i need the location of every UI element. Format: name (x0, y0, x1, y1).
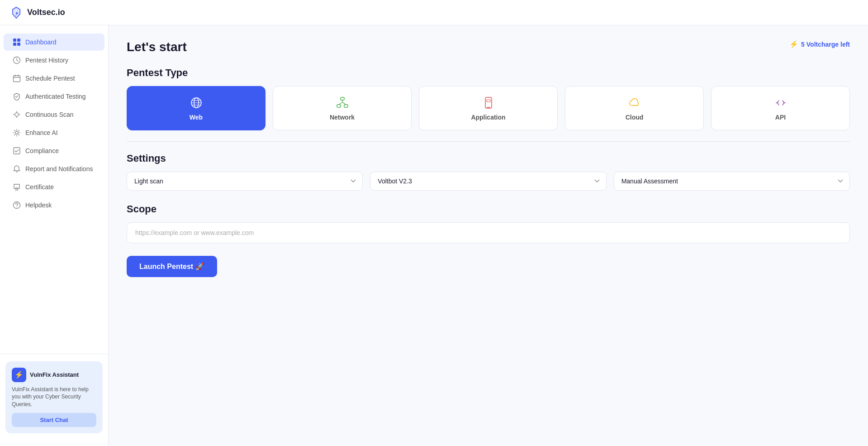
cloud-icon (627, 96, 642, 110)
application-card-label: Application (471, 114, 505, 121)
scope-input[interactable] (127, 222, 850, 243)
pentest-card-network[interactable]: Network (273, 86, 412, 130)
voltcharge-icon: ⚡ (789, 40, 798, 48)
svg-rect-16 (344, 105, 348, 107)
svg-rect-17 (485, 97, 492, 108)
history-icon (13, 56, 21, 64)
sidebar-item-enhance-ai[interactable]: Enhance AI (4, 124, 104, 141)
logo-icon (9, 5, 24, 20)
web-icon (189, 96, 204, 110)
app-name: Voltsec.io (27, 8, 65, 17)
pentest-type-row: Web Network Application (127, 86, 850, 130)
scope-section-title: Scope (127, 203, 850, 215)
assessment-type-select[interactable]: Manual Assessment Automated Assessment (614, 172, 850, 191)
assistant-avatar: ⚡ (12, 368, 26, 382)
sidebar-nav: Dashboard Pentest History Schedule Pente… (0, 33, 108, 354)
calendar-icon (13, 74, 21, 82)
bot-version-select[interactable]: Voltbot V2.3 Voltbot V2.2 (370, 172, 606, 191)
sidebar-dashboard-label: Dashboard (25, 38, 57, 46)
assistant-card: ⚡ VulnFix Assistant VulnFix Assistant is… (5, 361, 103, 433)
assistant-description: VulnFix Assistant is here to help you wi… (12, 386, 96, 408)
svg-rect-8 (14, 148, 20, 154)
page-title: Let's start (127, 40, 187, 54)
scan-type-select[interactable]: Light scan Deep scan Full scan (127, 172, 363, 191)
svg-rect-15 (337, 105, 341, 107)
sidebar-enhance-ai-label: Enhance AI (25, 129, 58, 136)
voltcharge-label: 5 Voltcharge left (801, 41, 850, 48)
voltcharge-badge: ⚡ 5 Voltcharge left (789, 40, 850, 48)
divider (127, 141, 850, 142)
pentest-card-application[interactable]: Application (419, 86, 558, 130)
svg-point-9 (16, 188, 18, 190)
svg-rect-2 (13, 43, 16, 46)
sidebar-pentest-history-label: Pentest History (25, 57, 68, 64)
svg-rect-1 (17, 38, 20, 42)
svg-rect-5 (14, 76, 20, 82)
main-layout: Dashboard Pentest History Schedule Pente… (0, 25, 868, 446)
sidebar-schedule-pentest-label: Schedule Pentest (25, 75, 75, 82)
sidebar-bottom: ⚡ VulnFix Assistant VulnFix Assistant is… (0, 354, 108, 439)
bell-icon (13, 165, 21, 173)
sidebar-compliance-label: Compliance (25, 147, 59, 154)
pentest-card-api[interactable]: API (711, 86, 850, 130)
main-content: Let's start ⚡ 5 Voltcharge left Pentest … (109, 25, 868, 446)
dashboard-icon (13, 38, 21, 46)
start-chat-button[interactable]: Start Chat (12, 413, 96, 427)
top-header: Voltsec.io (0, 0, 868, 25)
svg-point-11 (16, 206, 17, 207)
top-row: Let's start ⚡ 5 Voltcharge left (127, 40, 850, 54)
sidebar: Dashboard Pentest History Schedule Pente… (0, 25, 109, 446)
assistant-header: ⚡ VulnFix Assistant (12, 368, 96, 382)
ai-icon (13, 129, 21, 137)
launch-pentest-button[interactable]: Launch Pentest 🚀 (127, 256, 217, 277)
certificate-icon (13, 183, 21, 191)
sidebar-authenticated-testing-label: Authenticated Testing (25, 93, 86, 100)
svg-rect-0 (13, 38, 16, 42)
auth-icon (13, 92, 21, 101)
api-card-label: API (775, 114, 786, 121)
sidebar-helpdesk-label: Helpdesk (25, 201, 52, 209)
sidebar-item-dashboard[interactable]: Dashboard (4, 34, 104, 51)
svg-point-7 (15, 131, 18, 134)
svg-rect-3 (17, 43, 20, 46)
sidebar-certificate-label: Certificate (25, 183, 54, 191)
settings-row: Light scan Deep scan Full scan Voltbot V… (127, 172, 850, 191)
settings-section-title: Settings (127, 153, 850, 164)
network-icon (335, 96, 350, 110)
pentest-card-cloud[interactable]: Cloud (565, 86, 704, 130)
compliance-icon (13, 147, 21, 155)
svg-point-6 (15, 113, 19, 116)
help-icon (13, 201, 21, 209)
sidebar-item-continuous-scan[interactable]: Continuous Scan (4, 106, 104, 123)
network-card-label: Network (330, 114, 355, 121)
web-card-label: Web (190, 114, 203, 121)
sidebar-item-compliance[interactable]: Compliance (4, 142, 104, 159)
scan-icon (13, 110, 21, 119)
sidebar-item-certificate[interactable]: Certificate (4, 178, 104, 196)
sidebar-continuous-scan-label: Continuous Scan (25, 111, 74, 118)
svg-rect-18 (487, 100, 490, 102)
sidebar-item-pentest-history[interactable]: Pentest History (4, 52, 104, 69)
svg-rect-14 (341, 97, 344, 100)
sidebar-item-authenticated-testing[interactable]: Authenticated Testing (4, 88, 104, 105)
sidebar-item-schedule-pentest[interactable]: Schedule Pentest (4, 70, 104, 87)
api-icon (773, 96, 788, 110)
sidebar-report-notifications-label: Report and Notifications (25, 165, 93, 173)
sidebar-item-helpdesk[interactable]: Helpdesk (4, 197, 104, 214)
application-icon (481, 96, 496, 110)
pentest-card-web[interactable]: Web (127, 86, 266, 130)
sidebar-item-report-notifications[interactable]: Report and Notifications (4, 160, 104, 177)
cloud-card-label: Cloud (626, 114, 644, 121)
assistant-name: VulnFix Assistant (30, 371, 79, 378)
logo-area: Voltsec.io (9, 5, 65, 20)
pentest-type-section-title: Pentest Type (127, 67, 850, 79)
